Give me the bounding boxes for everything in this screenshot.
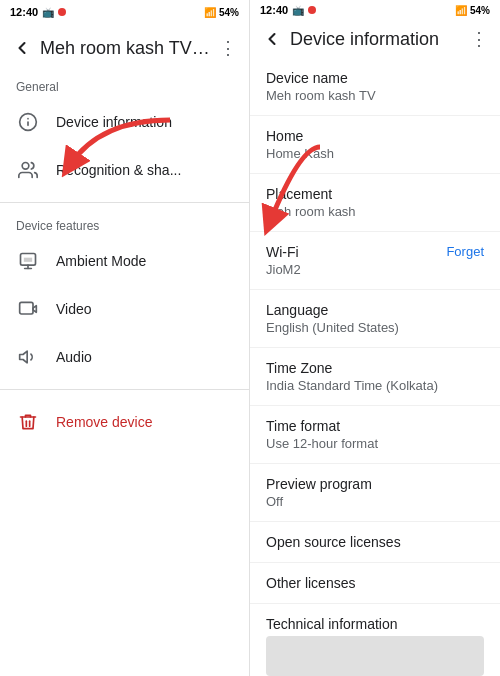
language-label: Language <box>266 302 484 318</box>
divider-2 <box>0 389 249 390</box>
device-info-label: Device information <box>56 114 172 130</box>
video-label: Video <box>56 301 92 317</box>
opensource-item[interactable]: Open source licenses <box>250 522 500 563</box>
ambient-item[interactable]: Ambient Mode <box>0 237 249 285</box>
wifi-item[interactable]: Wi-Fi JioM2 Forget <box>250 232 500 290</box>
device-name-item[interactable]: Device name Meh room kash TV <box>250 58 500 116</box>
signal-icon-r: 📶 <box>455 5 467 16</box>
timeformat-item[interactable]: Time format Use 12-hour format <box>250 406 500 464</box>
left-back-button[interactable] <box>12 38 32 58</box>
general-section-label: General <box>0 72 249 98</box>
people-icon <box>16 158 40 182</box>
svg-point-3 <box>22 163 29 170</box>
left-top-bar: Meh room kash TV setti... ⋮ <box>0 24 249 72</box>
recognition-item[interactable]: Recognition & sha... <box>0 146 249 194</box>
recognition-label: Recognition & sha... <box>56 162 181 178</box>
home-item[interactable]: Home Home Kash <box>250 116 500 174</box>
cast-icon: 📺 <box>42 7 54 18</box>
ambient-label: Ambient Mode <box>56 253 146 269</box>
video-item[interactable]: Video <box>0 285 249 333</box>
audio-label: Audio <box>56 349 92 365</box>
time-left: 12:40 <box>10 6 38 18</box>
device-features-label: Device features <box>0 211 249 237</box>
opensource-label: Open source licenses <box>266 534 484 550</box>
battery-text: 54% <box>219 7 239 18</box>
timezone-label: Time Zone <box>266 360 484 376</box>
home-value: Home Kash <box>266 146 484 161</box>
left-status-bar: 12:40 📺 📶 54% <box>0 0 249 24</box>
info-icon <box>16 110 40 134</box>
technical-label: Technical information <box>266 616 484 632</box>
left-title: Meh room kash TV setti... <box>40 38 211 59</box>
language-value: English (United States) <box>266 320 484 335</box>
preview-item[interactable]: Preview program Off <box>250 464 500 522</box>
timezone-item[interactable]: Time Zone India Standard Time (Kolkata) <box>250 348 500 406</box>
right-more-button[interactable]: ⋮ <box>470 28 488 50</box>
right-panel: 12:40 📺 📶 54% Device information ⋮ Devic… <box>250 0 500 676</box>
device-name-value: Meh room kash TV <box>266 88 484 103</box>
left-more-button[interactable]: ⋮ <box>219 37 237 59</box>
timeformat-value: Use 12-hour format <box>266 436 484 451</box>
svg-rect-7 <box>20 302 33 314</box>
time-right: 12:40 <box>260 4 288 16</box>
signal-icon: 📶 <box>204 7 216 18</box>
timezone-value: India Standard Time (Kolkata) <box>266 378 484 393</box>
notification-icon <box>58 8 66 16</box>
placement-item[interactable]: Placement Meh room kash <box>250 174 500 232</box>
audio-item[interactable]: Audio <box>0 333 249 381</box>
technical-blurred <box>266 636 484 676</box>
video-icon <box>16 297 40 321</box>
battery-r: 54% <box>470 5 490 16</box>
timeformat-label: Time format <box>266 418 484 434</box>
language-item[interactable]: Language English (United States) <box>250 290 500 348</box>
preview-value: Off <box>266 494 484 509</box>
left-panel: 12:40 📺 📶 54% Meh room kash TV setti... … <box>0 0 250 676</box>
divider-1 <box>0 202 249 203</box>
delete-icon <box>16 410 40 434</box>
ambient-icon <box>16 249 40 273</box>
otherlicenses-item[interactable]: Other licenses <box>250 563 500 604</box>
technical-item[interactable]: Technical information <box>250 604 500 676</box>
forget-button[interactable]: Forget <box>446 244 484 259</box>
otherlicenses-label: Other licenses <box>266 575 484 591</box>
wifi-label: Wi-Fi <box>266 244 301 260</box>
remove-device-label: Remove device <box>56 414 153 430</box>
device-name-label: Device name <box>266 70 484 86</box>
device-info-item[interactable]: Device information <box>0 98 249 146</box>
right-top-bar: Device information ⋮ <box>250 20 500 58</box>
preview-label: Preview program <box>266 476 484 492</box>
cast-icon-r: 📺 <box>292 5 304 16</box>
audio-icon <box>16 345 40 369</box>
wifi-value: JioM2 <box>266 262 301 277</box>
right-title: Device information <box>290 29 462 50</box>
placement-label: Placement <box>266 186 484 202</box>
right-back-button[interactable] <box>262 29 282 49</box>
placement-value: Meh room kash <box>266 204 484 219</box>
notif-icon-r <box>308 6 316 14</box>
right-status-bar: 12:40 📺 📶 54% <box>250 0 500 20</box>
svg-marker-9 <box>20 351 28 363</box>
remove-device-item[interactable]: Remove device <box>0 398 249 446</box>
home-label: Home <box>266 128 484 144</box>
left-panel-wrapper: 12:40 📺 📶 54% Meh room kash TV setti... … <box>0 0 250 676</box>
